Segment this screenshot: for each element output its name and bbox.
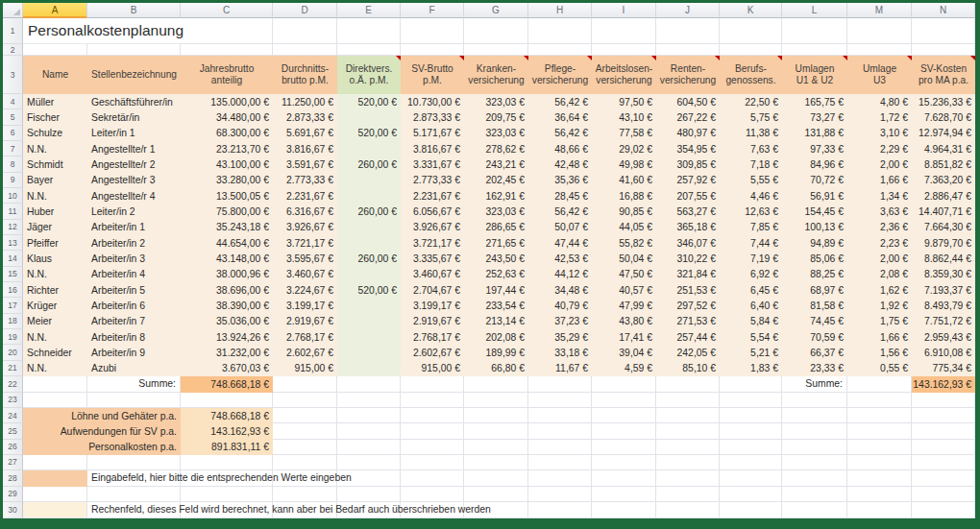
cell[interactable] — [87, 455, 181, 470]
cell[interactable] — [592, 502, 656, 518]
cell[interactable] — [464, 470, 528, 487]
row-header-2[interactable]: 2 — [3, 44, 23, 56]
cell[interactable]: 34.480,00 € — [181, 109, 273, 125]
cell[interactable] — [273, 423, 337, 439]
cell[interactable] — [847, 440, 912, 455]
cell[interactable]: N.N. — [23, 329, 87, 345]
cell[interactable]: 38.000,96 € — [181, 267, 273, 282]
row-header-1[interactable]: 1 — [3, 18, 23, 44]
cell[interactable] — [273, 408, 337, 423]
cell[interactable]: Schneider — [23, 345, 87, 360]
cell[interactable]: 520,00 € — [337, 282, 401, 298]
cell[interactable]: 257,92 € — [656, 173, 720, 188]
cell[interactable] — [464, 18, 528, 44]
cell[interactable] — [401, 408, 464, 423]
cell[interactable]: 2.602,67 € — [401, 345, 464, 360]
cell[interactable]: 1,66 € — [847, 329, 912, 345]
cell[interactable]: 49,98 € — [592, 156, 656, 172]
cell[interactable]: Schmidt — [23, 156, 87, 172]
cell[interactable] — [273, 440, 337, 455]
cell[interactable] — [337, 18, 401, 44]
cell[interactable]: 17,41 € — [592, 329, 656, 345]
cell[interactable] — [847, 408, 912, 423]
cell[interactable] — [337, 235, 401, 251]
cell[interactable] — [912, 393, 975, 408]
cell[interactable]: 5,75 € — [720, 109, 782, 125]
cell[interactable]: Leiter/in 1 — [87, 126, 181, 141]
cell[interactable]: Müller — [23, 94, 87, 109]
cell[interactable]: 2.919,67 € — [273, 314, 337, 329]
cell[interactable] — [23, 393, 87, 408]
cell[interactable] — [528, 376, 592, 393]
cell[interactable]: 7,18 € — [720, 156, 782, 172]
row-header-5[interactable]: 5 — [3, 109, 23, 125]
header-cell-N[interactable]: SV-Kosten pro MA p.a. — [912, 56, 975, 94]
cell[interactable]: 35,36 € — [528, 173, 592, 188]
cell[interactable]: 40,57 € — [592, 282, 656, 298]
cell[interactable]: 7.628,70 € — [912, 109, 975, 125]
cell[interactable] — [181, 487, 273, 502]
cell[interactable] — [782, 393, 847, 408]
cell[interactable]: 213,14 € — [464, 314, 528, 329]
cell[interactable]: 480,97 € — [656, 126, 720, 141]
cell[interactable]: Jäger — [23, 220, 87, 235]
cell[interactable]: 7,63 € — [720, 141, 782, 156]
cell[interactable]: 154,45 € — [782, 204, 847, 219]
cell[interactable]: 12,63 € — [720, 204, 782, 219]
cell[interactable] — [912, 470, 975, 487]
cell[interactable]: 775,34 € — [912, 361, 975, 376]
cell[interactable]: 15.236,33 € — [912, 94, 975, 109]
row-header-26[interactable]: 26 — [3, 440, 23, 455]
cell[interactable]: 44.654,00 € — [181, 235, 273, 251]
total-label[interactable]: Löhne und Gehäter p.a. — [23, 408, 181, 423]
cell[interactable]: 267,22 € — [656, 109, 720, 125]
row-header-3[interactable]: 3 — [3, 56, 23, 94]
row-header-9[interactable]: 9 — [3, 173, 23, 188]
cell[interactable]: 42,48 € — [528, 156, 592, 172]
cell[interactable] — [464, 376, 528, 393]
cell[interactable] — [782, 440, 847, 455]
cell[interactable] — [782, 408, 847, 423]
cell[interactable]: 7.363,20 € — [912, 173, 975, 188]
cell[interactable] — [464, 408, 528, 423]
cell[interactable] — [337, 188, 401, 204]
cell[interactable] — [464, 440, 528, 455]
cell[interactable]: 3.926,67 € — [401, 220, 464, 235]
header-cell-A[interactable]: Name — [23, 56, 87, 94]
cell[interactable]: 22,50 € — [720, 94, 782, 109]
cell[interactable]: N.N. — [23, 141, 87, 156]
cell[interactable]: 604,50 € — [656, 94, 720, 109]
cell[interactable]: 23.213,70 € — [181, 141, 273, 156]
row-header-10[interactable]: 10 — [3, 188, 23, 204]
cell[interactable]: 75.800,00 € — [181, 204, 273, 219]
cell[interactable] — [656, 408, 720, 423]
cell[interactable]: Arbeiter/in 7 — [87, 314, 181, 329]
cell[interactable] — [87, 487, 181, 502]
cell[interactable]: 8.862,44 € — [912, 251, 975, 266]
header-cell-F[interactable]: SV-Brutto p.M. — [401, 56, 464, 94]
cell[interactable]: 252,63 € — [464, 267, 528, 282]
cell[interactable]: 2,08 € — [847, 267, 912, 282]
row-header-23[interactable]: 23 — [3, 393, 23, 408]
cell[interactable] — [528, 487, 592, 502]
cell[interactable] — [782, 502, 847, 518]
header-cell-C[interactable]: Jahresbrutto anteilig — [181, 56, 273, 94]
cell[interactable] — [847, 487, 912, 502]
header-cell-J[interactable]: Renten- versicherung — [656, 56, 720, 94]
cell[interactable]: 38.696,00 € — [181, 282, 273, 298]
cell[interactable]: 43,80 € — [592, 314, 656, 329]
cell[interactable]: 309,85 € — [656, 156, 720, 172]
cell[interactable]: 56,91 € — [782, 188, 847, 204]
cell[interactable] — [528, 440, 592, 455]
cell[interactable]: 50,04 € — [592, 251, 656, 266]
cell[interactable] — [401, 423, 464, 439]
cell[interactable] — [592, 423, 656, 439]
cell[interactable]: Arbeiter/in 4 — [87, 267, 181, 282]
cell[interactable]: 38.390,00 € — [181, 298, 273, 313]
cell[interactable] — [720, 423, 782, 439]
cell[interactable]: 40,79 € — [528, 298, 592, 313]
cell[interactable] — [847, 470, 912, 487]
cell[interactable]: 90,85 € — [592, 204, 656, 219]
cell[interactable] — [337, 423, 401, 439]
cell[interactable] — [528, 44, 592, 56]
